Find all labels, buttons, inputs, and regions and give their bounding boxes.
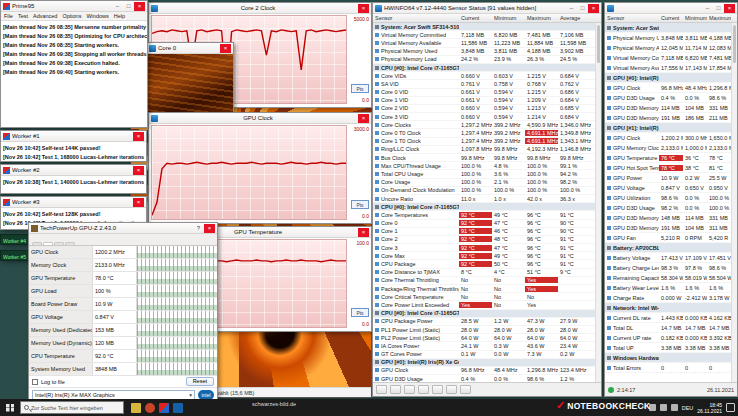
table-row[interactable]: Network: Intel Wi-Fi 6 AX201 [605,303,731,313]
explorer-icon[interactable] [131,403,141,413]
table-row[interactable]: GPU D3D Memory Dedicated 148 MB 114 MB 3… [605,213,731,223]
sensor-row[interactable]: System Memory Used 3848 MB [29,363,217,376]
chart-icon[interactable] [404,385,415,394]
table-row[interactable]: Core 3 VID 0.660 V 0.594 V 1.214 V 0.684… [373,113,595,121]
table-row[interactable]: Core 0 VID 0.661 V 0.594 V 1.215 V 0.686… [373,89,595,97]
close-icon[interactable]: × [358,4,369,13]
table-row[interactable]: Current UP rate 0.182 KB/s 0.000 KB/s 3.… [605,333,731,343]
table-row[interactable]: GPU Clock 96.8 MHz 48.4 MHz 1,296.8 MHz … [373,367,595,375]
table-row[interactable]: Uncore Ratio 11.0 x 1.0 x 42.0 x 36.3 x [373,195,595,203]
table-row[interactable]: PL2 Power Limit (Static) 64.0 W 64.0 W 6… [373,334,595,342]
mini-worker-window[interactable]: Worker #5 [0,250,30,261]
scrollbar-thumb[interactable] [733,25,736,63]
table-icon[interactable] [418,385,429,394]
close-icon[interactable]: × [358,228,369,237]
close-icon[interactable]: × [133,132,144,141]
column-header[interactable]: Maximum [525,15,558,21]
scrollbar-thumb[interactable] [597,25,600,63]
worker-title-bar[interactable]: Worker #2 × [1,165,146,176]
sensor-row[interactable]: Memory Used (Dedicated) 153 MB [29,324,217,337]
close-icon[interactable]: × [134,2,145,11]
table-row[interactable]: Core 1 91 °C 46 °C 96 °C 90 °C [373,228,595,236]
table-row[interactable]: Battery: AP20CBL [605,243,731,253]
table-row[interactable]: GPU D3D Memory Dynamic 191 MB 104 MB 311… [605,223,731,233]
table-row[interactable]: System: Acer Swift SF314-510G [373,23,595,31]
table-row[interactable]: GPU Clock 96.8 MHz 48.4 MHz 1,296.8 MHz [605,83,731,93]
table-row[interactable]: Battery Wear Level 1.6 % 1.6 % 1.6 % [605,283,731,293]
close-icon[interactable]: × [133,198,144,207]
table-row[interactable]: Core Power Limit Exceeded Yes No Yes [373,301,595,309]
sensor-row[interactable]: Memory Used (Dynamic) 120 MB [29,337,217,350]
sensor-row[interactable]: GPU Clock 1200.2 MHz [29,246,217,259]
power-icon[interactable] [460,385,471,394]
table-row[interactable]: Core Usage 100.0 % 2.1 % 100.0 % 98.2 % [373,179,595,187]
minimize-icon[interactable]: – [566,4,577,13]
hwinfo-title-bar[interactable]: – □ × [605,3,737,14]
table-row[interactable]: Core 1 VID 0.661 V 0.594 V 1.209 V 0.684… [373,97,595,105]
table-row[interactable]: Core 2 92 °C 48 °C 96 °C 91 °C [373,236,595,244]
table-row[interactable]: GPU D3D Usage 0.4 % 0.0 % 98.6 % [605,93,731,103]
table-row[interactable]: GPU D3D Memory Dedicated 114 MB 104 MB 3… [605,103,731,113]
log-to-file-checkbox[interactable] [32,379,38,385]
close-icon[interactable]: × [724,4,735,13]
table-row[interactable]: Package/Ring Thermal Throttling No No Ye… [373,285,595,293]
table-row[interactable]: Ring/LLC Clock 1,097.8 MHz 99.8 MHz 4,19… [373,146,595,154]
table-row[interactable]: GPU Utilization 98.6 % 0.0 % 100.0 % [605,193,731,203]
volume-icon[interactable] [660,404,667,411]
scrollbar[interactable] [595,23,601,382]
tab[interactable] [65,242,75,245]
column-header[interactable]: Current [659,15,683,21]
table-row[interactable]: Core Temperatures 92 °C 49 °C 96 °C 91 °… [373,211,595,219]
table-row[interactable]: CPU [#0]: Intel Core i7-1165G7: DTS [373,203,595,211]
graph-title-bar[interactable]: GPU Clock × [149,113,371,124]
column-header[interactable]: Current [459,15,492,21]
table-row[interactable]: Current DL rate 1.443 KB/s 0.000 KB/s 4.… [605,313,731,323]
table-row[interactable]: GPU Hot Spot Temperature 78 °C 38 °C 81 … [605,163,731,173]
table-row[interactable]: Bus Clock 99.8 MHz 99.8 MHz 99.8 MHz 99.… [373,154,595,162]
table-row[interactable]: On-Demand Clock Modulation 100.0 % 100.0… [373,187,595,195]
close-icon[interactable]: × [204,224,215,233]
worker-title-bar[interactable]: Worker #1 × [1,131,146,142]
table-row[interactable]: SA VID 0.761 V 0.758 V 0.768 V 0.762 V [373,80,595,88]
close-icon[interactable]: × [220,44,231,53]
column-header[interactable]: Sensor [373,15,459,21]
pts-button[interactable]: Pts [351,308,369,317]
table-row[interactable]: System: Acer Swift SF314-510G [605,23,731,33]
table-row[interactable]: CPU Package 92 °C 50 °C 96 °C 91 °C [373,260,595,268]
language-indicator[interactable]: DEU [682,405,694,411]
scrollbar[interactable] [731,23,737,382]
prime95-title-bar[interactable]: Prime95 – □ × [1,1,147,12]
table-row[interactable]: Core Critical Temperature No No No [373,293,595,301]
table-row[interactable]: CPU [#0]: Intel Core i7-1165G7: Enhanced [373,310,595,318]
mini-title-bar[interactable]: Worker #5 [1,251,29,261]
menu-item[interactable]: File [4,13,13,19]
mini-title-bar[interactable]: Worker #4 [1,235,29,245]
table-row[interactable]: GPU Memory Clock 2,133.0 MHz 1,000.0 MHz… [605,143,731,153]
table-row[interactable]: GPU Power 10.9 W 0.2 W 25.5 W [605,173,731,183]
table-row[interactable]: Virtual Memory Committed 7,118 MB 6,820 … [605,53,731,63]
reset-button[interactable]: Reset [186,377,214,386]
table-row[interactable]: Physical Memory Used 3,848 MB 3,811 MB 4… [373,48,595,56]
mini-worker-window[interactable]: Worker #4 [0,234,30,245]
graph-title-bar[interactable]: Core 2 Clock × [149,3,371,14]
table-row[interactable]: Core 2 VID 0.660 V 0.594 V 1.213 V 0.685… [373,105,595,113]
notification-center-icon[interactable] [726,403,735,412]
table-row[interactable]: Max CPU/Thread Usage 100.0 % 4.8 % 100.0… [373,162,595,170]
table-row[interactable]: GPU Voltage 0.847 V 0.650 V 0.950 V [605,183,731,193]
table-row[interactable]: Total DL 14.7 MB 14.7 MB 14.7 MB [605,323,731,333]
menu-item[interactable]: Test [18,13,28,19]
column-header[interactable]: Minimum [492,15,525,21]
table-row[interactable]: Battery Charge Level 98.3 % 97.8 % 98.6 … [605,263,731,273]
help-icon[interactable]: ? [193,224,204,233]
table-row[interactable]: GPU [#0]: Intel(R) Iris(R) Xe Graphics [373,359,595,367]
menu-item[interactable]: Options [62,13,81,19]
table-row[interactable]: Battery Voltage 17.413 V 17.109 V 17.451… [605,253,731,263]
minimize-icon[interactable]: – [702,4,713,13]
tab[interactable] [32,242,42,245]
table-row[interactable]: GT Cores Power 0.1 W 0.0 W 7.3 W 0.2 W [373,351,595,359]
table-row[interactable]: Charge Rate 0.000 W -2.412 W 3.178 W [605,293,731,303]
table-row[interactable]: IA Cores Power 24.1 W 0.3 W 43.6 W 23.4 … [373,342,595,350]
table-row[interactable]: GPU [#0]: Intel(R) Iris(R) Xe Graphics [605,73,731,83]
table-row[interactable]: Total Errors 0 0 0 [605,363,731,373]
column-header[interactable]: Maximum [707,15,731,21]
